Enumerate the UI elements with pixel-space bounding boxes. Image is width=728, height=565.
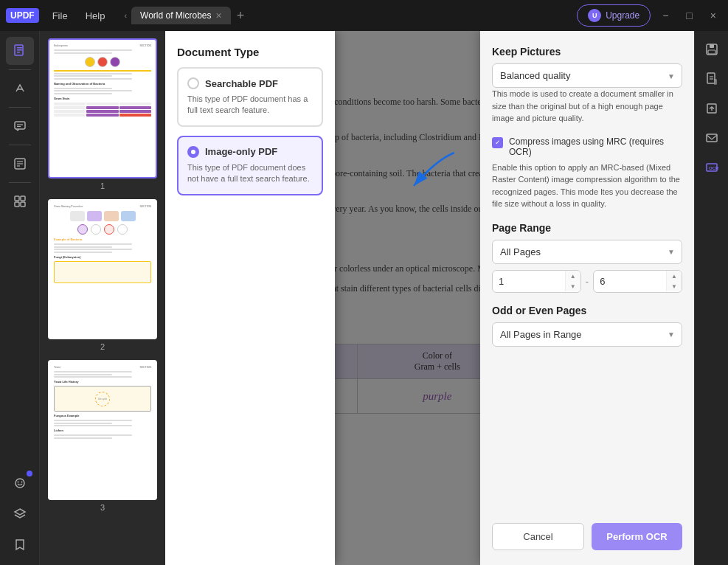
page-to-spin: ▲ ▼	[666, 271, 682, 291]
tool-dot-indicator	[27, 471, 32, 476]
cancel-button[interactable]: Cancel	[492, 523, 584, 550]
menu-help[interactable]: Help	[78, 7, 113, 24]
doc-type-panel: Document Type Searchable PDF This type o…	[165, 31, 335, 565]
thumb-num-2: 2	[100, 342, 105, 351]
svg-point-17	[17, 482, 18, 483]
svg-rect-3	[17, 52, 20, 53]
right-tool-save[interactable]	[699, 37, 724, 62]
thumbnail-page-2[interactable]: Gram Staining ProcedureSECTION Example o…	[46, 199, 159, 351]
divider-2	[9, 107, 31, 108]
tool-layers[interactable]	[6, 500, 34, 528]
quality-dropdown[interactable]: Balanced quality	[492, 63, 682, 88]
page-to-down[interactable]: ▼	[667, 281, 682, 291]
app-logo: UPDF	[6, 8, 39, 23]
tool-pages[interactable]	[6, 37, 34, 65]
thumbnail-page-1[interactable]: EndosporesSECTION Naming and Observation…	[46, 38, 159, 190]
tab-label: World of Microbes	[140, 10, 211, 21]
page-range-separator: -	[586, 276, 589, 287]
doc-option-searchable-desc: This type of PDF document has a full tex…	[187, 94, 313, 117]
thumb-frame-3: YeastSECTION Yeast Life History Life cyc…	[48, 360, 157, 500]
page-to-up[interactable]: ▲	[667, 271, 682, 281]
thumb-content-2: Gram Staining ProcedureSECTION Example o…	[49, 201, 156, 338]
compress-desc: Enable this option to apply an MRC-based…	[492, 162, 682, 210]
tool-edit[interactable]	[6, 150, 34, 178]
page-from-down[interactable]: ▼	[566, 281, 580, 291]
svg-rect-5	[15, 122, 25, 129]
minimize-button[interactable]: −	[656, 7, 674, 24]
left-toolbar	[0, 31, 40, 565]
title-bar: UPDF File Help ‹ World of Microbes × + U…	[0, 0, 728, 31]
doc-option-imageonly[interactable]: Image-only PDF This type of PDF document…	[177, 136, 323, 195]
keep-pictures-title: Keep Pictures	[492, 46, 682, 58]
thumb-frame-2: Gram Staining ProcedureSECTION Example o…	[48, 199, 157, 339]
ocr-buttons: Cancel Perform OCR	[492, 516, 682, 550]
thumb-frame-1: EndosporesSECTION Naming and Observation…	[48, 38, 157, 178]
thumb-content-1: EndosporesSECTION Naming and Observation…	[49, 40, 156, 177]
tool-bookmark[interactable]	[6, 531, 34, 559]
tool-sticker[interactable]	[6, 469, 34, 497]
upgrade-button[interactable]: U Upgrade	[577, 4, 651, 27]
radio-imageonly[interactable]	[187, 146, 199, 158]
ocr-panel: Keep Pictures Balanced quality ▼ This mo…	[480, 31, 694, 565]
quality-desc: This mode is used to create a document s…	[492, 88, 682, 125]
page-from-up[interactable]: ▲	[566, 271, 580, 281]
page-range-dropdown[interactable]: All Pages	[492, 240, 682, 264]
upgrade-label: Upgrade	[606, 10, 639, 21]
page-to-input[interactable]	[594, 271, 666, 292]
thumb-content-3: YeastSECTION Yeast Life History Life cyc…	[49, 361, 156, 499]
tab-prev-arrow[interactable]: ‹	[121, 8, 130, 23]
right-tool-ocr[interactable]: OCR	[699, 155, 724, 180]
tool-organize[interactable]	[6, 187, 34, 215]
compress-checkbox[interactable]	[492, 137, 503, 148]
divider-3	[9, 145, 31, 145]
odd-even-title: Odd or Even Pages	[492, 305, 682, 316]
right-tool-export[interactable]	[699, 96, 724, 121]
svg-point-18	[21, 482, 22, 483]
svg-text:OCR: OCR	[709, 166, 718, 170]
tool-highlight[interactable]	[6, 74, 34, 103]
tab-close-icon[interactable]: ×	[216, 10, 222, 21]
tab-world-microbes[interactable]: World of Microbes ×	[131, 7, 231, 24]
tab-add-icon[interactable]: +	[232, 8, 249, 24]
doc-option-searchable[interactable]: Searchable PDF This type of PDF document…	[177, 67, 323, 127]
page-to-wrap: ▲ ▼	[593, 270, 682, 293]
doc-type-title: Document Type	[177, 46, 323, 58]
page-from-input[interactable]	[493, 271, 565, 292]
radio-searchable[interactable]	[187, 77, 199, 89]
doc-option-searchable-label: Searchable PDF	[205, 78, 278, 89]
thumbnail-page-3[interactable]: YeastSECTION Yeast Life History Life cyc…	[46, 360, 159, 512]
right-tool-pdf[interactable]	[699, 66, 724, 91]
svg-point-16	[15, 479, 24, 488]
user-avatar: U	[588, 9, 601, 22]
keep-pictures-section: Keep Pictures Balanced quality ▼ This mo…	[492, 46, 682, 125]
odd-even-dropdown[interactable]: All Pages in Range	[492, 322, 682, 347]
tab-area: ‹ World of Microbes × +	[121, 7, 574, 24]
svg-rect-2	[17, 49, 22, 51]
perform-ocr-button[interactable]: Perform OCR	[592, 523, 682, 550]
right-toolbar: OCR	[694, 31, 728, 565]
page-from-wrap: ▲ ▼	[492, 270, 581, 293]
doc-option-imageonly-label: Image-only PDF	[205, 146, 277, 157]
maximize-button[interactable]: □	[680, 7, 698, 24]
svg-rect-1	[17, 47, 22, 49]
svg-rect-27	[707, 134, 717, 142]
odd-even-section: Odd or Even Pages All Pages in Range ▼	[492, 305, 682, 347]
compress-checkbox-label: Compress images using MRC (requires OCR)	[509, 136, 682, 157]
odd-even-dropdown-wrap: All Pages in Range ▼	[492, 322, 682, 347]
svg-rect-14	[15, 202, 19, 207]
thumbnails-panel: EndosporesSECTION Naming and Observation…	[40, 31, 165, 565]
svg-rect-12	[15, 196, 19, 201]
menu-file[interactable]: File	[45, 7, 75, 24]
title-bar-actions: U Upgrade − □ ×	[577, 4, 722, 27]
page-from-spin: ▲ ▼	[565, 271, 580, 291]
close-button[interactable]: ×	[704, 7, 722, 24]
svg-rect-15	[21, 202, 25, 207]
main-layout: EndosporesSECTION Naming and Observation…	[0, 31, 728, 565]
thumb-num-1: 1	[100, 181, 105, 190]
divider-1	[9, 69, 31, 70]
divider-4	[9, 182, 31, 183]
content-area: Chapter Endospores Endospores are formed…	[165, 31, 694, 565]
tool-comment[interactable]	[6, 112, 34, 140]
right-tool-mail[interactable]	[699, 125, 724, 150]
quality-dropdown-wrap: Balanced quality ▼	[492, 63, 682, 88]
